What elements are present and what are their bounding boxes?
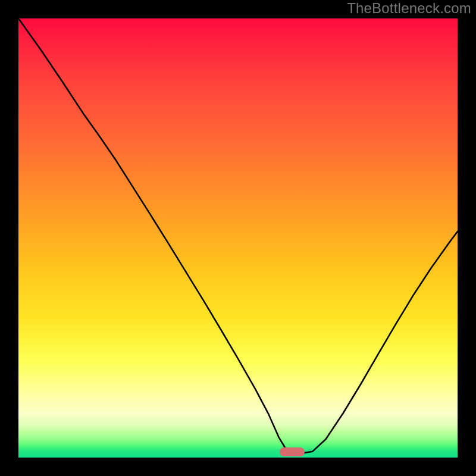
optimum-marker <box>280 447 305 456</box>
chart-frame: TheBottleneck.com <box>0 0 476 476</box>
bottleneck-curve <box>18 18 458 453</box>
curve-layer <box>18 18 458 458</box>
watermark-text: TheBottleneck.com <box>347 0 471 17</box>
